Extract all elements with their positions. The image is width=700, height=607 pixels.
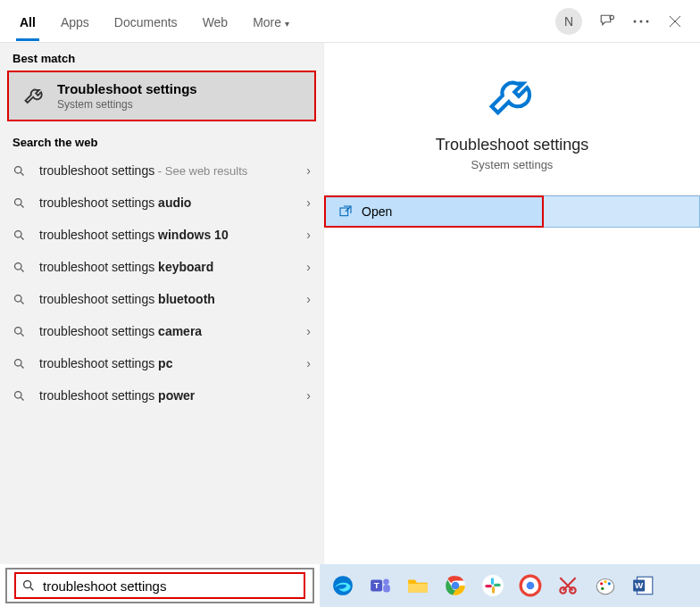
chevron-right-icon: › [306, 163, 311, 178]
search-icon [12, 196, 29, 210]
search-icon [21, 578, 36, 593]
svg-point-8 [15, 295, 22, 302]
detail-pane: Troubleshoot settings System settings Op… [323, 43, 700, 564]
chevron-right-icon: › [306, 356, 311, 370]
svg-point-13 [24, 581, 31, 588]
svg-rect-23 [491, 578, 494, 585]
svg-rect-19 [408, 584, 428, 593]
web-result-item[interactable]: troubleshoot settings camera› [0, 315, 323, 347]
svg-point-35 [608, 582, 611, 585]
tab-more[interactable]: More▾ [240, 3, 302, 40]
tab-all[interactable]: All [7, 3, 48, 40]
best-match-subtitle: System settings [57, 98, 197, 111]
detail-subtitle: System settings [471, 158, 554, 171]
web-result-item[interactable]: troubleshoot settings power› [0, 379, 323, 412]
main-panel: Best match Troubleshoot settings System … [0, 43, 700, 564]
detail-title: Troubleshoot settings [436, 136, 588, 154]
feedback-icon[interactable] [598, 12, 616, 30]
svg-point-10 [15, 359, 22, 366]
chevron-right-icon: › [306, 260, 311, 274]
open-label: Open [362, 204, 392, 219]
open-icon [338, 204, 353, 219]
web-result-item[interactable]: troubleshoot settings pc› [0, 347, 323, 379]
chrome-alt-icon[interactable] [516, 571, 545, 600]
close-icon[interactable] [666, 12, 684, 30]
search-icon [12, 164, 29, 178]
web-result-item[interactable]: troubleshoot settings - See web results› [0, 154, 323, 187]
svg-point-33 [600, 582, 603, 585]
chevron-right-icon: › [306, 388, 311, 403]
svg-rect-26 [485, 585, 492, 587]
web-result-text: troubleshoot settings power [39, 388, 306, 403]
svg-point-17 [383, 578, 389, 585]
teams-icon[interactable]: T [366, 571, 395, 600]
web-result-text: troubleshoot settings pc [39, 356, 306, 370]
web-result-item[interactable]: troubleshoot settings bluetooth› [0, 283, 323, 315]
search-icon [12, 293, 29, 306]
web-result-text: troubleshoot settings audio [39, 195, 306, 210]
web-result-text: troubleshoot settings - See web results [39, 163, 306, 178]
search-icon [12, 261, 29, 274]
svg-text:T: T [374, 580, 379, 590]
svg-point-29 [527, 582, 535, 590]
tab-documents[interactable]: Documents [102, 3, 190, 40]
top-bar: All Apps Documents Web More▾ N [0, 0, 700, 43]
search-input[interactable] [43, 578, 298, 594]
web-result-item[interactable]: troubleshoot settings audio› [0, 187, 323, 219]
snip-icon[interactable] [554, 571, 582, 600]
wrench-icon [21, 83, 48, 110]
edge-icon[interactable] [329, 571, 357, 600]
chrome-icon[interactable] [441, 571, 470, 600]
search-icon [12, 357, 29, 370]
web-result-text: troubleshoot settings windows 10 [39, 228, 306, 242]
tab-web[interactable]: Web [190, 3, 241, 40]
web-result-text: troubleshoot settings bluetooth [39, 292, 306, 306]
best-match-item[interactable]: Troubleshoot settings System settings [7, 71, 316, 121]
svg-point-36 [601, 587, 604, 590]
search-box[interactable] [5, 568, 314, 603]
file-explorer-icon[interactable] [404, 571, 432, 600]
word-icon[interactable]: W [629, 571, 657, 600]
user-avatar[interactable]: N [555, 8, 582, 35]
web-result-text: troubleshoot settings camera [39, 324, 306, 338]
task-bar: T W [0, 564, 700, 607]
svg-point-4 [15, 166, 22, 173]
svg-point-34 [604, 580, 606, 583]
wrench-icon [488, 73, 538, 123]
svg-rect-12 [340, 208, 348, 216]
search-icon [12, 389, 29, 403]
svg-rect-25 [492, 586, 495, 594]
svg-point-21 [452, 582, 460, 590]
action-row-background [544, 195, 700, 228]
best-match-header: Best match [0, 43, 323, 71]
svg-point-3 [646, 20, 649, 22]
chevron-right-icon: › [306, 195, 311, 210]
svg-point-9 [15, 327, 22, 334]
search-icon [12, 325, 29, 338]
web-result-text: troubleshoot settings keyboard [39, 260, 306, 274]
tab-apps[interactable]: Apps [48, 3, 102, 40]
open-button[interactable]: Open [324, 195, 544, 228]
results-pane: Best match Troubleshoot settings System … [0, 43, 323, 564]
web-result-item[interactable]: troubleshoot settings windows 10› [0, 219, 323, 251]
more-options-icon[interactable] [632, 12, 650, 30]
chevron-right-icon: › [306, 324, 311, 338]
web-result-item[interactable]: troubleshoot settings keyboard› [0, 251, 323, 283]
top-right-controls: N [555, 8, 693, 35]
slack-icon[interactable] [479, 571, 507, 600]
svg-point-7 [15, 262, 22, 270]
best-match-title: Troubleshoot settings [57, 81, 197, 96]
svg-rect-18 [383, 585, 390, 593]
svg-point-11 [15, 391, 22, 398]
svg-point-2 [640, 20, 643, 22]
svg-point-6 [15, 230, 22, 237]
svg-point-1 [634, 20, 637, 22]
paint-icon[interactable] [591, 571, 620, 600]
chevron-down-icon: ▾ [285, 19, 289, 29]
svg-text:W: W [635, 580, 644, 590]
svg-rect-24 [494, 584, 501, 586]
svg-point-5 [15, 198, 22, 205]
search-web-header: Search the web [0, 127, 323, 154]
filter-tabs: All Apps Documents Web More▾ [7, 3, 302, 40]
action-row: Open [324, 195, 700, 228]
